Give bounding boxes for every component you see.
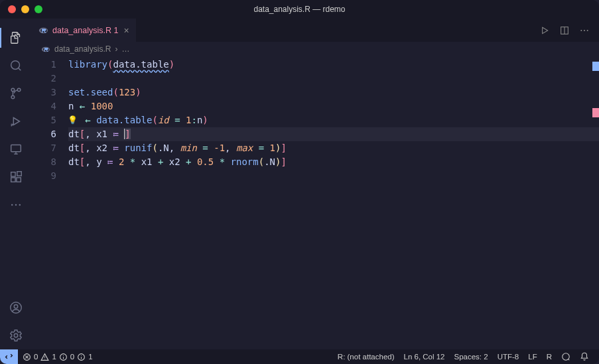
minimize-window-button[interactable] [21, 5, 29, 13]
breadcrumbs[interactable]: data_analysis.R › … [32, 42, 599, 56]
svg-point-11 [15, 204, 17, 206]
feedback-icon[interactable] [557, 349, 575, 364]
titlebar: data_analysis.R — rdemo [0, 0, 599, 19]
problems-indicator[interactable]: 0 1 0 1 [18, 349, 98, 364]
svg-point-14 [14, 304, 18, 308]
svg-rect-5 [11, 145, 21, 152]
text-cursor [124, 129, 125, 139]
svg-point-21 [587, 30, 588, 31]
language-mode[interactable]: R [542, 349, 557, 364]
svg-rect-8 [17, 178, 21, 182]
r-status[interactable]: R: (not attached) [333, 349, 399, 364]
settings-gear-icon[interactable] [0, 322, 32, 349]
line-number: 7 [32, 141, 56, 155]
activity-bar [0, 19, 32, 349]
window-title: data_analysis.R — rdemo [0, 5, 599, 14]
breadcrumb-sep: › [115, 44, 117, 54]
svg-point-20 [584, 30, 585, 31]
svg-point-3 [11, 95, 15, 99]
close-window-button[interactable] [8, 5, 16, 13]
window-controls [0, 5, 42, 13]
line-number: 5 [32, 113, 56, 127]
code-editor[interactable]: 1 2 3 4 5 6 7 8 9 library(data.table) se… [32, 56, 599, 349]
tab-label: data_analysis.R 1 [52, 26, 118, 35]
svg-point-0 [11, 61, 20, 70]
explorer-icon[interactable] [0, 24, 32, 52]
tabs-row: data_analysis.R 1 × [32, 19, 599, 42]
gutter: 1 2 3 4 5 6 7 8 9 [32, 56, 68, 349]
accounts-icon[interactable] [0, 294, 32, 322]
cursor-position[interactable]: Ln 6, Col 12 [399, 349, 450, 364]
svg-point-15 [14, 334, 18, 337]
r-file-icon [41, 46, 50, 53]
line-number: 4 [32, 99, 56, 113]
status-bar: 0 1 0 1 R: (not attached) Ln 6, Col 12 S… [0, 349, 599, 364]
tab-close-button[interactable]: × [123, 25, 129, 36]
notifications-icon[interactable] [575, 349, 594, 364]
svg-point-1 [17, 88, 21, 91]
line-number: 6 [32, 127, 56, 141]
svg-point-4 [11, 124, 12, 125]
search-icon[interactable] [0, 52, 32, 80]
breadcrumb-file[interactable]: data_analysis.R [54, 44, 111, 54]
encoding[interactable]: UTF-8 [493, 349, 524, 364]
code-content[interactable]: library(data.table) set.seed(123) n ← 10… [68, 56, 599, 349]
svg-point-19 [580, 30, 582, 31]
line-number: 3 [32, 86, 56, 99]
breadcrumb-more: … [121, 44, 129, 54]
remote-explorer-icon[interactable] [0, 135, 32, 163]
svg-rect-9 [17, 172, 21, 176]
overview-ruler-mark [592, 108, 599, 117]
indentation[interactable]: Spaces: 2 [450, 349, 493, 364]
maximize-window-button[interactable] [34, 5, 42, 13]
svg-rect-7 [11, 178, 15, 182]
tab-data-analysis[interactable]: data_analysis.R 1 × [32, 19, 136, 42]
split-editor-icon[interactable] [559, 25, 570, 36]
eol[interactable]: LF [523, 349, 541, 364]
extensions-icon[interactable] [0, 163, 32, 191]
run-file-icon[interactable] [539, 25, 550, 36]
line-number: 2 [32, 72, 56, 86]
run-debug-icon[interactable] [0, 107, 32, 135]
line-number: 8 [32, 155, 56, 169]
overview-ruler-mark [592, 62, 599, 71]
more-icon[interactable] [0, 191, 32, 219]
more-actions-icon[interactable] [579, 25, 590, 36]
remote-indicator[interactable] [0, 349, 18, 364]
line-number: 1 [32, 58, 56, 72]
svg-point-10 [11, 204, 13, 206]
svg-point-12 [19, 204, 21, 206]
svg-point-2 [11, 88, 15, 91]
lightbulb-icon[interactable]: 💡 [68, 113, 78, 127]
source-control-icon[interactable] [0, 80, 32, 107]
line-number: 9 [32, 169, 56, 183]
svg-rect-6 [11, 172, 15, 176]
r-file-icon [38, 27, 48, 34]
